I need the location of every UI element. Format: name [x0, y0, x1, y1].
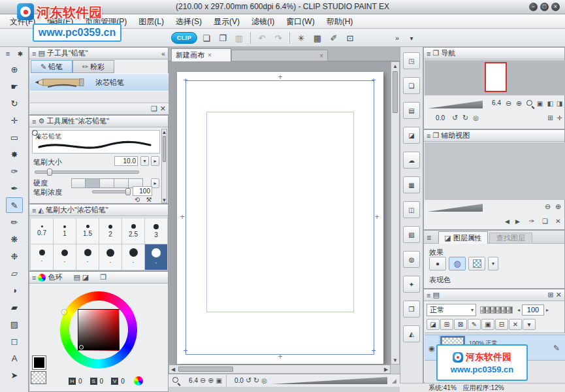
zoom-out-icon[interactable]: ⊖	[543, 202, 553, 212]
scroll-up-icon[interactable]: ▲	[392, 63, 398, 69]
tool-palette-menu-icon[interactable]: ≡	[3, 48, 13, 59]
zoom-in-icon[interactable]: ⊕	[208, 376, 214, 385]
rotate-cw-icon[interactable]: ↻	[253, 376, 259, 385]
flip-vertical-icon[interactable]: ◨	[555, 99, 564, 108]
chevron-right-icon[interactable]: »	[392, 33, 402, 43]
reset-display-icon[interactable]: ✛	[555, 113, 564, 123]
size-cell-2[interactable]: 2	[99, 218, 122, 244]
scrollbar-thumb[interactable]	[163, 136, 166, 162]
zoom-in-icon[interactable]: ⊕	[553, 202, 563, 212]
panel-menu-icon[interactable]: ≡	[32, 50, 36, 57]
new-canvas-icon[interactable]: ❏	[199, 31, 214, 45]
navigator-preview[interactable]	[425, 60, 565, 95]
text-tool[interactable]: A	[6, 350, 23, 366]
tool-property-scrollbar[interactable]: ▲ ▼	[161, 129, 167, 203]
actual-size-icon[interactable]: ▣	[535, 99, 545, 108]
clip-at-layer-icon[interactable]: ⊞	[440, 319, 453, 330]
menu-layer[interactable]: 图层(L)	[133, 14, 170, 29]
move-tool[interactable]: ✛	[6, 112, 23, 128]
zoom-tool[interactable]: ⊕	[6, 61, 23, 77]
preview-zoom-icon[interactable]	[31, 129, 40, 138]
border-effect-icon[interactable]: ●	[429, 257, 446, 270]
reset-rotation-icon[interactable]: ◎	[471, 113, 481, 123]
hardness-segment[interactable]	[100, 178, 114, 188]
color-set-palette-icon[interactable]: ◪	[82, 273, 89, 282]
maximize-button[interactable]: □	[540, 3, 549, 11]
sv-square[interactable]	[78, 309, 120, 351]
panel-menu-icon[interactable]: ≡	[32, 274, 36, 282]
gradient-tool[interactable]: ▨	[6, 316, 23, 332]
resize-grip-icon[interactable]: ◢	[392, 378, 396, 384]
subview-zoom-slider[interactable]	[428, 204, 483, 212]
scrollbar-thumb[interactable]	[178, 367, 233, 372]
scroll-right-icon[interactable]: ▶	[383, 366, 389, 372]
close-tab-icon[interactable]: ×	[208, 52, 212, 59]
brush-size-slider-handle[interactable]	[47, 169, 52, 176]
panel-menu-icon[interactable]: ≡	[427, 291, 430, 299]
opacity-value[interactable]: 100	[522, 304, 544, 316]
delete-layer-icon[interactable]: ✕	[556, 291, 562, 299]
rotate-cw-icon[interactable]: ↻	[460, 113, 470, 123]
close-button[interactable]: ×	[551, 3, 560, 11]
navigator-view-frame[interactable]	[485, 62, 507, 92]
tab-layer-property[interactable]: ◪ 图层属性	[438, 231, 488, 244]
save-icon[interactable]: ▥	[232, 31, 246, 45]
open-file-icon[interactable]: ❐	[216, 31, 230, 45]
density-value[interactable]: 100	[133, 186, 152, 196]
previous-image-icon[interactable]: ◀	[502, 216, 512, 226]
material-icon-8[interactable]: ▧	[403, 226, 420, 243]
fit-window-icon[interactable]	[526, 99, 534, 108]
hue-value[interactable]: 0	[78, 378, 82, 385]
size-cell-0.7[interactable]: 0.7	[31, 218, 54, 244]
lock-transparent-icon[interactable]: ✎	[468, 319, 481, 330]
zoom-out-icon[interactable]: ⊖	[504, 99, 513, 108]
airbrush-tool[interactable]: ❋	[6, 231, 23, 247]
hand-tool[interactable]: ☛	[6, 78, 23, 94]
scroll-left-icon[interactable]: ◀	[170, 366, 176, 372]
scroll-down-icon[interactable]: ▼	[162, 197, 167, 203]
more-options-icon[interactable]: ▾	[523, 319, 536, 330]
panel-menu-icon[interactable]: ≡	[427, 132, 430, 140]
canvas-page[interactable]: + + + + + + + +	[177, 72, 383, 364]
subview-content[interactable]	[425, 142, 565, 200]
sv-marker[interactable]	[79, 345, 84, 350]
hardness-segment[interactable]	[71, 178, 86, 188]
opacity-slider[interactable]	[480, 306, 513, 314]
canvas-vertical-scrollbar[interactable]: ▲ ▼	[391, 61, 400, 365]
zoom-slider[interactable]	[272, 377, 387, 384]
correction-icon[interactable]: ✐	[327, 31, 341, 45]
menu-select[interactable]: 选择(S)	[170, 14, 208, 29]
menu-filter[interactable]: 滤镜(I)	[246, 14, 280, 29]
opacity-increase-icon[interactable]: ▸	[544, 307, 551, 313]
redo-icon[interactable]: ↷	[271, 31, 285, 45]
rotate-ccw-icon[interactable]: ↺	[246, 376, 251, 385]
material-icon-4[interactable]: ◪	[403, 127, 420, 144]
size-cell-r2-4[interactable]: ·	[99, 244, 122, 270]
size-cell-3[interactable]: 3	[145, 218, 168, 244]
navigator-rotation-value[interactable]: 0.0	[429, 114, 445, 122]
collapse-icon[interactable]: «	[161, 50, 165, 57]
brush-size-slider[interactable]	[35, 171, 139, 174]
brush-size-menu-icon[interactable]: ▸	[151, 156, 159, 166]
clear-image-icon[interactable]: ✕	[553, 216, 563, 226]
effect-dropdown-icon[interactable]: ▾	[488, 257, 498, 270]
tab-pastel[interactable]: ✏ 粉彩	[73, 60, 114, 73]
size-cell-2.5[interactable]: 2.5	[122, 218, 145, 244]
size-cell-r2-3[interactable]: ·	[76, 244, 99, 270]
blend-mode-select[interactable]: 正常 ▾	[427, 304, 476, 316]
reset-rotation-icon[interactable]: ◎	[261, 377, 267, 384]
size-cell-1.5[interactable]: 1.5	[76, 218, 99, 244]
fit-canvas-icon[interactable]: ⊞	[545, 113, 555, 123]
material-icon-7[interactable]: ◫	[403, 201, 420, 218]
density-slider[interactable]	[92, 190, 130, 193]
extract-line-effect-icon[interactable]	[468, 257, 485, 270]
canvas-tab-inactive[interactable]: ×	[231, 50, 328, 61]
layer-mask-icon[interactable]: ◪	[427, 319, 440, 330]
next-image-icon[interactable]: ▶	[513, 216, 523, 226]
blend-tool[interactable]: ◑	[6, 282, 23, 298]
close-tab-icon[interactable]: ×	[319, 52, 323, 59]
intermediate-color-palette-icon[interactable]: ❐	[100, 273, 106, 282]
menu-window[interactable]: 窗口(W)	[280, 14, 320, 29]
panel-menu-icon[interactable]: ≡	[427, 50, 430, 57]
main-color-swatch[interactable]	[32, 355, 46, 370]
